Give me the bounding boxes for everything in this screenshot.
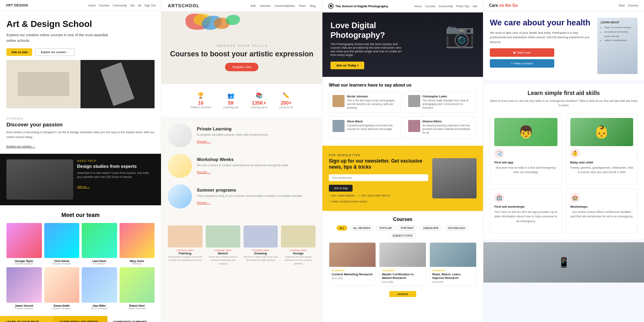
avatar-8	[120, 267, 155, 303]
avatar-7	[82, 267, 117, 303]
p3-course-title-1: Content Marketing Research	[332, 272, 373, 276]
team-member-6: Emma Smith Graphic Designer	[44, 267, 80, 310]
testimonial-1: Nicole Johnson This is the best way to l…	[329, 91, 401, 113]
discover-link[interactable]: Explore our courses →	[6, 145, 35, 148]
course-img-1	[168, 225, 202, 248]
panel3-continue-btn[interactable]: continue	[389, 291, 416, 297]
child-image-2: 👶	[570, 118, 634, 146]
panel4-bottom-image: 📱	[483, 242, 644, 283]
avatar-4	[120, 223, 155, 258]
member-name-4: Mary Jones	[120, 260, 155, 262]
member-name-1: Georgia Taylor	[6, 260, 42, 262]
panel4-view-courses-btn[interactable]: + View courses	[490, 59, 554, 68]
nav-link-community[interactable]: Community	[113, 4, 127, 7]
course-img-4	[281, 225, 316, 248]
footer-cell-3: COMMUNITY SUPPORT Find inspiration and s…	[107, 316, 161, 322]
feature-circle-1	[168, 123, 192, 147]
p3-nav-info[interactable]: Info	[473, 5, 477, 8]
panel1-join-button[interactable]: Join us now	[6, 48, 32, 56]
filter-tech[interactable]: TECHNOLOGY	[444, 225, 469, 231]
panel1-hero-title: Art & Design School	[6, 19, 155, 29]
p2-nav-edit[interactable]: Edit	[251, 4, 256, 7]
stat-icon-2: 👥	[223, 92, 238, 99]
p3-course-1: STUDENTS Content Marketing Research from…	[329, 242, 376, 286]
testimonial-name-3: Steve Black	[347, 120, 398, 123]
newsletter-submit-btn[interactable]: Join to Day	[329, 185, 353, 192]
filter-popular[interactable]: POPULAR	[376, 225, 395, 231]
course-name-2: Sketch	[206, 252, 240, 255]
feature-card-3: 🏥 First aid workshops The Care on the Go…	[490, 188, 562, 233]
p2-nav-community[interactable]: CommunityPass	[275, 4, 295, 7]
panel2-stats: 🏆 16 Platform-Certified 👥 59 Learning-La…	[161, 84, 322, 117]
feature-desc-card-3: The Care on the Go first aid app provide…	[494, 210, 557, 223]
testimonials-grid: Nicole Johnson This is the best way to l…	[329, 91, 477, 138]
team-member-8: Robert Steel Digital Illustrator	[120, 267, 155, 310]
filter-all[interactable]: ALL	[336, 225, 348, 231]
p3-nav-courses[interactable]: Courses	[425, 5, 436, 8]
nav-link-courses[interactable]: Courses	[99, 4, 109, 7]
feature-content-3: Summer programs These programs bring to …	[197, 188, 302, 206]
p2-nav-libs[interactable]: Libraries	[260, 4, 270, 7]
panel1-hero: Art & Design School Explore our creative…	[0, 11, 161, 112]
feature-circle-3	[168, 184, 192, 208]
stat-icon-3: 📚	[250, 92, 267, 99]
p4-nav-courses[interactable]: Courses	[628, 4, 638, 7]
filter-portrait[interactable]: PORTRAIT	[398, 225, 417, 231]
p3-course-info-1: STUDENTS Content Marketing Research from…	[329, 267, 376, 282]
nav-link-all[interactable]: All	[138, 4, 141, 7]
panel3-hero-btn[interactable]: Join us Today +	[330, 62, 364, 69]
avatar-2	[44, 223, 80, 258]
p3-course-price-1: from €99	[332, 277, 373, 280]
feature-link-3[interactable]: Register →	[197, 201, 211, 204]
team-member-4: Mary Jones Illustrator	[120, 223, 155, 265]
feature-link-1[interactable]: Register →	[197, 140, 211, 143]
newsletter-input[interactable]	[329, 174, 428, 181]
p2-nav-blog[interactable]: Blog	[310, 4, 316, 7]
panel3-hero: Love Digital Photography? The Photograph…	[322, 12, 483, 77]
panel2-courses: COURSE AREA Painting We provide a variet…	[161, 221, 322, 269]
feature-link-2[interactable]: Register →	[197, 171, 211, 173]
course-item-3: COURSE AREA Drawing Discover a fresh sty…	[244, 225, 278, 265]
nav-link-signout[interactable]: Sign Out	[144, 4, 155, 7]
feature-content-1: Private Learning A complete education pr…	[197, 126, 268, 144]
feature-img-1: 👦	[494, 118, 557, 146]
discover-title: Discover your passion	[6, 122, 155, 128]
p3-course-img-3	[430, 243, 476, 267]
testimonial-avatar-2	[408, 95, 420, 107]
panel1-explore-button[interactable]: Explore our courses →	[35, 48, 74, 56]
p4-nav-start[interactable]: Start	[619, 4, 625, 7]
p3-course-price-3: from €99	[432, 281, 474, 283]
testimonial-name-4: Shanna Elkins	[423, 120, 473, 123]
filter-landscape[interactable]: LANDSCAPE	[419, 225, 442, 231]
feature-row-3: Summer programs These programs bring to …	[168, 184, 316, 208]
p3-nav-home[interactable]: Home	[414, 5, 422, 8]
newsletter-features: ✓ 200+ SUBSCRIBERS ✓ TIPS, IDEAS AND TRI…	[329, 194, 428, 203]
nav-link-home[interactable]: Home	[88, 4, 96, 7]
p3-nav-phototips[interactable]: Photo Tips	[456, 5, 469, 8]
filter-reviews[interactable]: ALL REVIEWS	[350, 225, 374, 231]
stat-2: 👥 59 Learning-Lab	[223, 92, 238, 109]
panel4-start-btn[interactable]: ▶ Start now	[490, 48, 554, 57]
footer-title-2: LEARN WITH LIVE VIDEOS	[59, 320, 101, 322]
p2-nav-team[interactable]: Team	[299, 4, 306, 7]
p3-nav-community[interactable]: Community	[439, 5, 453, 8]
filter-subject[interactable]: SUBJECT/TOPIC	[389, 233, 416, 238]
panel2-hero-btn[interactable]: Register now	[225, 63, 258, 71]
feature-title-card-3: First aid workshops	[494, 205, 557, 208]
testimonial-3: Steve Black A practical photography scho…	[329, 116, 401, 138]
child-image-1: 👦	[494, 118, 557, 146]
panel1-discover: COURSES Discover your passion Ever dream…	[0, 112, 161, 154]
stat-label-3: Learning up-to	[250, 106, 267, 109]
newsletter-feature-1: ✓ 200+ SUBSCRIBERS	[329, 194, 355, 197]
course-item-1: COURSE AREA Painting We provide a variet…	[168, 225, 202, 265]
feature-title-card-1: First aid app	[494, 161, 557, 164]
panel4-learn-section: Learn simple first aid skills Want to kn…	[483, 84, 644, 239]
testimonial-avatar-4	[408, 120, 420, 132]
feature-card-2: 👶 👶 Baby and child Family, parents, gran…	[566, 114, 638, 185]
stat-number-2: 59	[223, 100, 238, 106]
testimonial-body-4: Shanna Elkins An amazing learning experi…	[423, 120, 473, 134]
expert-link[interactable]: Join us →	[77, 185, 90, 188]
feature-desc-2: We host a series of creative workshops f…	[197, 163, 288, 168]
nav-link-info[interactable]: Info	[130, 4, 135, 7]
paint-decoration	[161, 12, 322, 36]
